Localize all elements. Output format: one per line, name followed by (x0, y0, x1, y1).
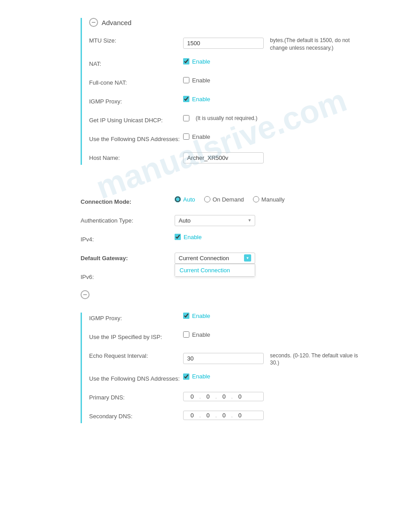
ipv4-enable-label: Enable (184, 234, 201, 240)
bottom-dns-checkbox-wrap: Enable (183, 373, 210, 380)
separator-2 (81, 187, 402, 196)
primary-dns-ip-field: . . . (183, 392, 264, 401)
use-ip-isp-label: Use the IP Specified by ISP: (89, 331, 183, 340)
secondary-dns-octet-1[interactable] (185, 412, 199, 419)
secondary-dns-octet-2[interactable] (201, 412, 215, 419)
nat-checkbox-wrap: Enable (183, 58, 210, 65)
bottom-igmp-proxy-label: IGMP Proxy: (89, 313, 183, 322)
fullcone-nat-row: Full-cone NAT: Enable (89, 77, 402, 90)
advanced-header[interactable]: Advanced (89, 18, 402, 27)
host-name-input[interactable] (183, 152, 264, 163)
conn-mode-control: Auto On Demand Manually (175, 196, 402, 203)
auth-type-label: Authentication Type: (81, 215, 175, 224)
secondary-dns-octet-3[interactable] (217, 412, 231, 419)
use-ip-isp-row: Use the IP Specified by ISP: Enable (89, 331, 402, 344)
advanced-section-block: Advanced MTU Size: bytes.(The default is… (81, 18, 402, 165)
ipv4-checkbox[interactable] (175, 234, 181, 240)
conn-mode-manually-label: Manually (261, 196, 285, 203)
mtu-control: bytes.(The default is 1500, do not chang… (183, 35, 402, 52)
secondary-dns-octet-4[interactable] (233, 412, 247, 419)
mtu-helper: bytes.(The default is 1500, do not chang… (270, 35, 368, 52)
nat-control: Enable (183, 58, 402, 65)
mtu-row: MTU Size: bytes.(The default is 1500, do… (89, 35, 402, 52)
dns-addresses-checkbox-wrap: Enable (183, 133, 210, 140)
host-name-label: Host Name: (89, 152, 183, 161)
default-gateway-control: Current Connection Current Connection (175, 253, 402, 264)
use-ip-isp-enable-label: Enable (192, 331, 210, 338)
igmp-proxy-row: IGMP Proxy: Enable (89, 96, 402, 108)
use-ip-isp-checkbox-wrap: Enable (183, 331, 210, 338)
ipv4-label: IPv4: (81, 234, 175, 243)
ipv4-checkbox-wrap: Enable (175, 234, 201, 240)
conn-mode-manually[interactable]: Manually (253, 196, 285, 203)
primary-dns-label: Primary DNS: (89, 392, 183, 401)
mtu-input[interactable] (183, 38, 264, 49)
secondary-dns-label: Secondary DNS: (89, 411, 183, 420)
primary-dns-octet-4[interactable] (233, 393, 247, 400)
default-gateway-label: Default Gateway: (81, 253, 175, 262)
auth-type-select-wrap: Auto (175, 215, 255, 226)
get-ip-control: (It is usually not required.) (183, 115, 402, 122)
use-ip-isp-checkbox[interactable] (183, 331, 189, 338)
conn-mode-radio-group: Auto On Demand Manually (175, 196, 285, 203)
nat-checkbox[interactable] (183, 58, 189, 64)
igmp-proxy-checkbox[interactable] (183, 96, 189, 102)
bottom-section-block: IGMP Proxy: Enable Use the IP Specified … (81, 313, 402, 424)
get-ip-helper: (It is usually not required.) (196, 115, 257, 122)
conn-mode-label: Connection Mode: (81, 196, 175, 205)
bottom-dns-checkbox[interactable] (183, 373, 189, 380)
get-ip-row: Get IP Using Unicast DHCP: (It is usuall… (89, 115, 402, 127)
ipv4-control: Enable (175, 234, 402, 240)
default-gateway-row: Default Gateway: Current Connection Curr… (81, 253, 402, 265)
default-gateway-option-current-connection[interactable]: Current Connection (175, 264, 255, 276)
conn-mode-auto-radio[interactable] (175, 196, 181, 202)
default-gateway-arrow-icon (244, 254, 251, 262)
auth-type-row: Authentication Type: Auto (81, 215, 402, 227)
igmp-proxy-control: Enable (183, 96, 402, 103)
fullcone-enable-label: Enable (192, 77, 210, 84)
bottom-igmp-proxy-checkbox-wrap: Enable (183, 313, 210, 319)
fullcone-nat-label: Full-cone NAT: (89, 77, 183, 86)
bottom-dns-addresses-label: Use the Following DNS Addresses: (89, 373, 183, 382)
ipv4-row: IPv4: Enable (81, 234, 402, 246)
bottom-dns-addresses-row: Use the Following DNS Addresses: Enable (89, 373, 402, 386)
echo-request-input[interactable] (183, 353, 264, 364)
mtu-label: MTU Size: (89, 35, 183, 44)
default-gateway-dropdown-button[interactable]: Current Connection (175, 253, 255, 264)
nat-label: NAT: (89, 58, 183, 67)
auth-type-select[interactable]: Auto (175, 215, 255, 226)
default-gateway-selected-value: Current Connection (179, 255, 229, 262)
advanced-title: Advanced (102, 19, 132, 26)
secondary-dns-control: . . . (183, 411, 402, 420)
bottom-igmp-proxy-checkbox[interactable] (183, 313, 189, 319)
advanced-toggle-icon[interactable] (89, 18, 98, 27)
conn-mode-auto[interactable]: Auto (175, 196, 195, 203)
igmp-proxy-checkbox-wrap: Enable (183, 96, 210, 103)
primary-dns-row: Primary DNS: . . . (89, 392, 402, 404)
fullcone-nat-control: Enable (183, 77, 402, 84)
primary-dns-octet-3[interactable] (217, 393, 231, 400)
conn-mode-manually-radio[interactable] (253, 196, 259, 202)
main-content: Advanced MTU Size: bytes.(The default is… (76, 0, 411, 455)
fullcone-checkbox[interactable] (183, 77, 189, 83)
bottom-igmp-proxy-enable-label: Enable (192, 313, 210, 319)
igmp-proxy-enable-label: Enable (192, 96, 210, 103)
collapsed-section-icon[interactable] (81, 290, 90, 299)
auth-type-control: Auto (175, 215, 402, 226)
get-ip-checkbox[interactable] (183, 115, 189, 121)
conn-mode-ondemand-radio[interactable] (204, 196, 210, 202)
conn-mode-ondemand[interactable]: On Demand (204, 196, 244, 203)
bottom-dns-addresses-control: Enable (183, 373, 402, 380)
collapsed-minus (83, 294, 87, 295)
primary-dns-octet-2[interactable] (201, 393, 215, 400)
primary-dns-octet-1[interactable] (185, 393, 199, 400)
echo-request-control: seconds. (0-120. The default value is 30… (183, 350, 402, 367)
dns-addresses-control: Enable (183, 133, 402, 140)
connection-section: Connection Mode: Auto On Demand (81, 196, 402, 299)
dns-addresses-checkbox[interactable] (183, 133, 189, 140)
host-name-row: Host Name: (89, 152, 402, 165)
host-name-control (183, 152, 402, 163)
bottom-igmp-proxy-row: IGMP Proxy: Enable (89, 313, 402, 325)
fullcone-checkbox-wrap: Enable (183, 77, 210, 84)
get-ip-checkbox-wrap (183, 115, 192, 121)
